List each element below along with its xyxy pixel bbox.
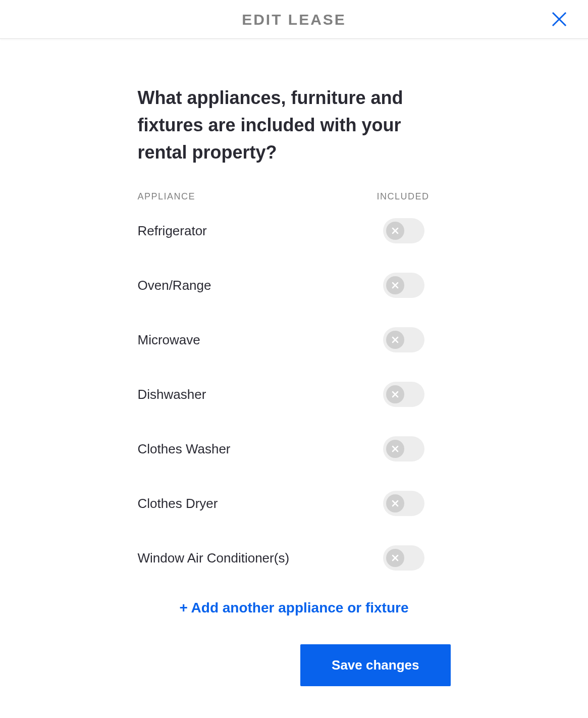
save-button[interactable]: Save changes <box>300 644 450 686</box>
footer: Save changes <box>138 644 451 686</box>
toggle-knob <box>386 440 404 458</box>
included-toggle[interactable] <box>383 382 424 407</box>
included-toggle[interactable] <box>383 436 424 461</box>
appliance-name: Microwave <box>138 332 200 348</box>
included-toggle[interactable] <box>383 327 424 352</box>
appliance-row: Clothes Washer <box>138 436 451 461</box>
toggle-knob <box>386 549 404 567</box>
x-icon <box>391 336 399 344</box>
x-icon <box>391 227 399 235</box>
modal-content: What appliances, furniture and fixtures … <box>133 84 456 686</box>
appliance-row: Oven/Range <box>138 273 451 298</box>
appliance-name: Oven/Range <box>138 278 211 293</box>
x-icon <box>391 445 399 453</box>
included-toggle[interactable] <box>383 218 424 243</box>
toggle-knob <box>386 385 404 403</box>
page-heading: What appliances, furniture and fixtures … <box>138 84 451 166</box>
appliance-row: Refrigerator <box>138 218 451 243</box>
column-included-label: INCLUDED <box>377 191 429 202</box>
appliance-row: Window Air Conditioner(s) <box>138 545 451 571</box>
toggle-knob <box>386 276 404 294</box>
x-icon <box>391 281 399 289</box>
toggle-knob <box>386 494 404 512</box>
x-icon <box>391 390 399 398</box>
appliance-name: Refrigerator <box>138 223 207 239</box>
toggle-knob <box>386 331 404 349</box>
included-toggle[interactable] <box>383 491 424 516</box>
close-icon <box>552 12 567 27</box>
included-toggle[interactable] <box>383 545 424 571</box>
modal-title: EDIT LEASE <box>242 11 346 28</box>
toggle-knob <box>386 222 404 240</box>
appliance-name: Clothes Washer <box>138 441 231 457</box>
appliance-row: Dishwasher <box>138 382 451 407</box>
column-appliance-label: APPLIANCE <box>138 191 196 202</box>
appliance-row: Microwave <box>138 327 451 352</box>
appliance-row: Clothes Dryer <box>138 491 451 516</box>
appliance-name: Clothes Dryer <box>138 496 218 511</box>
included-toggle[interactable] <box>383 273 424 298</box>
modal-header: EDIT LEASE <box>0 0 588 39</box>
appliance-name: Window Air Conditioner(s) <box>138 550 290 566</box>
appliance-list: RefrigeratorOven/RangeMicrowaveDishwashe… <box>138 218 451 571</box>
close-button[interactable] <box>552 12 567 27</box>
table-header: APPLIANCE INCLUDED <box>138 191 451 202</box>
x-icon <box>391 554 399 562</box>
appliance-name: Dishwasher <box>138 387 206 402</box>
x-icon <box>391 499 399 507</box>
add-appliance-link[interactable]: + Add another appliance or fixture <box>138 600 451 616</box>
